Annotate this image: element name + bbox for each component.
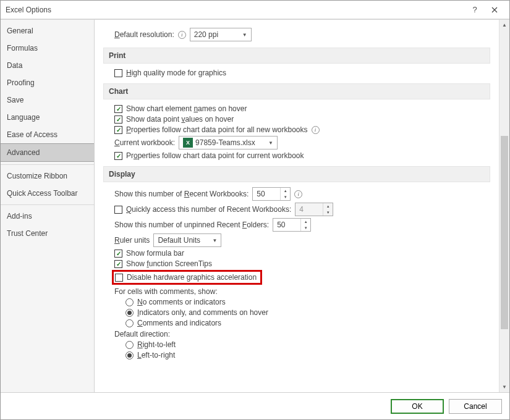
sidebar-item-add-ins[interactable]: Add-ins [1, 208, 94, 225]
data-point-values-checkbox[interactable] [114, 116, 122, 124]
comments-show-header: For cells with comments, show: [114, 287, 490, 296]
show-function-screentips-checkbox[interactable] [114, 260, 122, 268]
recent-workbooks-label: Show this number of Recent Workbooks: [114, 190, 249, 198]
sidebar-item-language[interactable]: Language [1, 109, 94, 126]
sidebar-item-general[interactable]: General [1, 22, 94, 40]
ruler-units-label: Ruler units [114, 236, 150, 245]
show-formula-bar-label: Show formula bar [126, 249, 184, 258]
sidebar-separator [1, 164, 94, 165]
properties-current-workbook-checkbox[interactable] [114, 152, 122, 160]
current-workbook-dropdown[interactable]: X 97859-Teams.xlsx ▼ [179, 136, 278, 149]
chevron-down-icon: ▼ [210, 238, 219, 243]
sidebar-item-ease-of-access[interactable]: Ease of Access [1, 126, 94, 143]
close-button[interactable] [485, 2, 504, 17]
spinner-down-icon: ▼ [323, 209, 333, 216]
category-sidebar: General Formulas Data Proofing Save Lang… [1, 20, 95, 392]
dialog-footer: OK Cancel [1, 392, 509, 419]
chart-element-names-label: Show chart element names on hover [126, 104, 247, 113]
properties-all-workbooks-checkbox[interactable] [114, 126, 122, 134]
spinner-up-icon: ▲ [323, 203, 333, 209]
section-chart: Chart [103, 83, 490, 99]
properties-current-workbook-label: Properties follow chart data point for c… [126, 151, 304, 160]
vertical-scrollbar[interactable]: ▲ ▼ [499, 20, 509, 392]
left-to-right-label: Left-to-right [137, 351, 175, 359]
sidebar-item-customize-ribbon[interactable]: Customize Ribbon [1, 167, 94, 185]
ok-button[interactable]: OK [391, 399, 444, 414]
spinner-up-icon[interactable]: ▲ [281, 188, 290, 194]
default-resolution-dropdown[interactable]: 220 ppi ▼ [190, 28, 252, 41]
no-comments-radio[interactable] [125, 298, 134, 306]
comments-and-indicators-radio[interactable] [125, 319, 134, 327]
scroll-up-icon[interactable]: ▲ [499, 20, 509, 30]
sidebar-item-proofing[interactable]: Proofing [1, 74, 94, 91]
section-print: Print [103, 48, 490, 64]
recent-workbooks-spinner[interactable]: 50 ▲▼ [252, 187, 291, 201]
cancel-button[interactable]: Cancel [449, 399, 502, 414]
excel-options-dialog: Excel Options ? General Formulas Data Pr… [0, 0, 510, 420]
sidebar-item-advanced[interactable]: Advanced [1, 143, 94, 162]
data-point-values-label: Show data point values on hover [126, 115, 234, 124]
spinner-up-icon[interactable]: ▲ [301, 219, 310, 225]
help-button[interactable]: ? [465, 2, 485, 17]
recent-folders-spinner[interactable]: 50 ▲▼ [273, 218, 311, 232]
right-to-left-label: Right-to-left [137, 340, 176, 349]
properties-all-workbooks-label: Properties follow chart data point for a… [126, 125, 308, 134]
sidebar-separator [1, 204, 94, 205]
ruler-units-dropdown[interactable]: Default Units ▼ [153, 233, 221, 247]
no-comments-label: No comments or indicators [137, 298, 226, 306]
current-workbook-label: Current workbook: [114, 138, 175, 147]
sidebar-item-quick-access-toolbar[interactable]: Quick Access Toolbar [1, 185, 94, 202]
disable-hardware-acceleration-label: Disable hardware graphics acceleration [127, 273, 257, 282]
indicators-only-radio[interactable] [125, 309, 134, 317]
chevron-down-icon: ▼ [266, 140, 276, 146]
info-icon[interactable]: i [178, 31, 186, 39]
indicators-only-label: Indicators only, and comments on hover [137, 308, 268, 317]
left-to-right-radio[interactable] [125, 351, 134, 359]
sidebar-item-data[interactable]: Data [1, 57, 94, 74]
scrollbar-track[interactable] [499, 30, 509, 382]
window-title: Excel Options [6, 6, 465, 14]
default-direction-header: Default direction: [114, 330, 490, 338]
show-formula-bar-checkbox[interactable] [114, 250, 122, 258]
sidebar-item-trust-center[interactable]: Trust Center [1, 225, 94, 242]
right-to-left-radio[interactable] [125, 341, 134, 349]
scrollbar-thumb[interactable] [501, 136, 508, 329]
spinner-down-icon[interactable]: ▼ [281, 194, 290, 200]
high-quality-graphics-checkbox[interactable] [114, 69, 122, 77]
info-icon[interactable]: i [312, 126, 320, 134]
highlighted-option: Disable hardware graphics acceleration [112, 270, 262, 285]
chart-element-names-checkbox[interactable] [114, 105, 122, 113]
quick-access-recent-spinner: 4 ▲▼ [295, 203, 333, 216]
scroll-down-icon[interactable]: ▼ [499, 382, 509, 392]
excel-icon: X [183, 138, 193, 148]
high-quality-graphics-label: High quality mode for graphics [126, 69, 226, 77]
default-resolution-label: Default resolution: [114, 30, 174, 39]
spinner-down-icon[interactable]: ▼ [301, 225, 310, 231]
show-function-screentips-label: Show function ScreenTips [126, 259, 212, 268]
quick-access-recent-checkbox[interactable] [114, 206, 122, 214]
titlebar: Excel Options ? [1, 1, 509, 19]
options-content: Default resolution: i 220 ppi ▼ Print Hi… [95, 20, 499, 392]
section-display: Display [103, 166, 490, 182]
recent-folders-label: Show this number of unpinned Recent Fold… [114, 220, 269, 229]
sidebar-item-formulas[interactable]: Formulas [1, 40, 94, 57]
quick-access-recent-label: Quickly access this number of Recent Wor… [126, 205, 291, 214]
info-icon[interactable]: i [294, 190, 302, 198]
chevron-down-icon: ▼ [240, 32, 250, 38]
comments-and-indicators-label: Comments and indicators [137, 319, 221, 327]
sidebar-item-save[interactable]: Save [1, 91, 94, 109]
disable-hardware-acceleration-checkbox[interactable] [115, 274, 123, 282]
